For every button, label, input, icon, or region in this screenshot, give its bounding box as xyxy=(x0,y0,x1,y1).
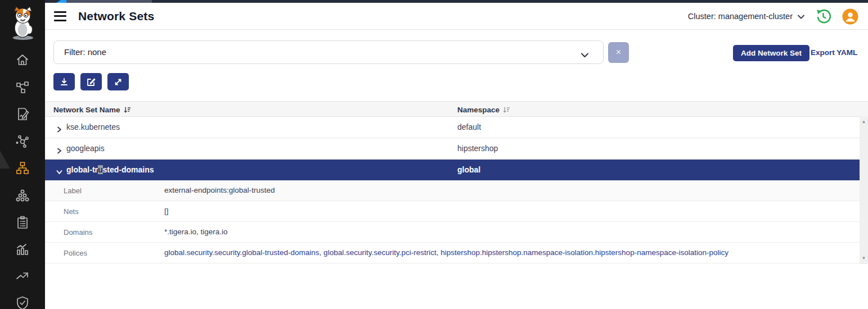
detail-value: global.security.security.global-trusted-… xyxy=(164,248,728,257)
user-avatar[interactable] xyxy=(842,8,858,25)
download-button[interactable] xyxy=(53,73,75,90)
edit-button[interactable] xyxy=(80,73,102,90)
action-button-group xyxy=(53,73,129,90)
home-icon[interactable] xyxy=(15,53,30,67)
chevron-right-icon[interactable] xyxy=(56,125,62,135)
detail-value: [] xyxy=(164,207,169,215)
export-yaml-link[interactable]: Export YAML xyxy=(811,48,857,57)
page-title: Network Sets xyxy=(78,10,154,23)
add-network-set-button[interactable]: Add Network Set xyxy=(733,45,809,61)
vertical-scrollbar[interactable]: ▲ ▼ xyxy=(860,116,868,264)
download-icon xyxy=(60,78,69,87)
table-body: kse.kubernetes default googleapis hipste… xyxy=(45,117,860,263)
namespace-value: global xyxy=(457,165,480,174)
chevron-down-icon xyxy=(581,50,588,60)
sort-amount-icon xyxy=(503,106,510,113)
namespace-value: default xyxy=(457,122,481,131)
sort-amount-icon xyxy=(124,106,131,113)
network-set-name: googleapis xyxy=(66,144,105,153)
table-row[interactable]: googleapis hipstershop xyxy=(45,138,860,160)
stats-chart-icon[interactable] xyxy=(15,242,30,257)
service-graph-icon[interactable] xyxy=(15,80,30,94)
table-header: Network Set Name Namespace xyxy=(45,101,868,117)
detail-label: Domains xyxy=(64,228,92,237)
calico-cat-logo xyxy=(8,6,37,42)
column-label: Network Set Name xyxy=(53,106,120,114)
scroll-down-arrow[interactable]: ▼ xyxy=(860,255,868,262)
shield-check-icon[interactable] xyxy=(15,296,30,309)
detail-value: *.tigera.io, tigera.io xyxy=(164,228,228,236)
detail-row: Label external-endpoints:global-trusted xyxy=(45,180,860,201)
column-header-network-set-name[interactable]: Network Set Name xyxy=(53,102,131,117)
network-sets-tree-icon[interactable] xyxy=(15,161,30,175)
detail-label: Label xyxy=(64,187,82,195)
sidebar-notch xyxy=(0,151,10,169)
nodes-molecule-icon[interactable] xyxy=(15,134,30,148)
history-button[interactable] xyxy=(815,8,831,25)
cluster-label: Cluster: management-cluster xyxy=(688,12,793,21)
namespace-value: hipstershop xyxy=(457,144,498,153)
chevron-down-icon xyxy=(798,11,804,21)
text-cursor: u xyxy=(98,165,103,174)
clear-filter-button[interactable]: × xyxy=(608,42,629,63)
detail-label: Nets xyxy=(64,207,79,216)
detail-row: Nets [] xyxy=(45,201,860,222)
filter-select[interactable]: Filter: none xyxy=(53,40,604,64)
table-row[interactable]: kse.kubernetes default xyxy=(45,117,860,138)
cluster-switcher[interactable]: Cluster: management-cluster xyxy=(688,11,804,21)
compliance-clipboard-icon[interactable] xyxy=(15,215,30,230)
history-icon xyxy=(815,8,831,25)
expand-icon xyxy=(114,78,123,87)
network-set-name: kse.kubernetes xyxy=(66,122,120,131)
endpoints-cluster-icon[interactable] xyxy=(15,188,30,203)
trend-arrow-icon[interactable] xyxy=(15,269,30,283)
detail-value: external-endpoints:global-trusted xyxy=(164,186,275,194)
column-label: Namespace xyxy=(457,106,500,114)
expand-button[interactable] xyxy=(107,73,129,90)
table-row-selected[interactable]: global-trusted-domains global xyxy=(45,160,860,180)
filter-value: Filter: none xyxy=(64,47,106,57)
menu-icon[interactable] xyxy=(54,11,68,21)
edit-icon xyxy=(87,78,96,87)
network-set-name: global-trusted-domains xyxy=(66,165,154,174)
column-header-namespace[interactable]: Namespace xyxy=(457,102,510,117)
top-nav: Network Sets Cluster: management-cluster xyxy=(45,3,868,30)
user-icon xyxy=(842,8,858,25)
detail-row: Domains *.tigera.io, tigera.io xyxy=(45,222,860,243)
app-window: Network Sets Cluster: management-cluster xyxy=(0,0,868,309)
scroll-up-arrow[interactable]: ▲ xyxy=(860,118,868,126)
policies-edit-icon[interactable] xyxy=(15,107,30,121)
chevron-down-icon[interactable] xyxy=(56,167,62,178)
detail-row: Polices global.security.security.global-… xyxy=(45,243,860,263)
sidebar xyxy=(0,0,45,309)
detail-label: Polices xyxy=(64,249,87,257)
chevron-right-icon[interactable] xyxy=(56,146,62,156)
